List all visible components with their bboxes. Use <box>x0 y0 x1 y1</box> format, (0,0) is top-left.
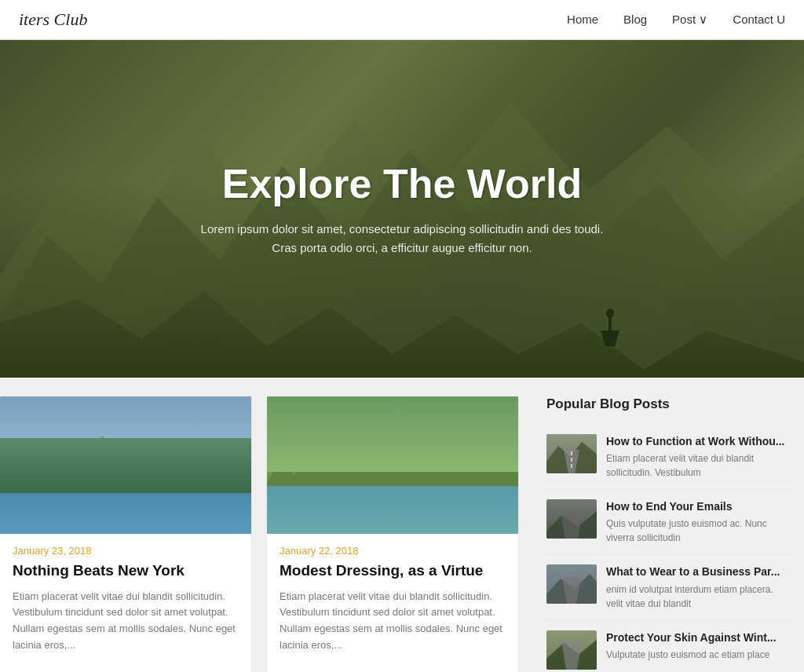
nav-item-home[interactable]: Home <box>567 13 598 27</box>
sidebar-post-content-2: How to End Your Emails Quis vulputate ju… <box>606 499 791 545</box>
header: iters Club Home Blog Post ∨ Contact U <box>0 0 804 40</box>
post-title-2[interactable]: Modest Dressing, as a Virtue <box>280 561 506 581</box>
post-image-1 <box>0 396 251 534</box>
sidebar-post-title-2[interactable]: How to End Your Emails <box>606 499 791 513</box>
sidebar-thumb-2 <box>546 499 597 539</box>
sidebar-post-excerpt-2: Quis vulputate justo euismod ac. Nunc vi… <box>606 517 791 545</box>
post-date-2: January 22, 2018 <box>280 545 506 557</box>
post-card-2: January 22, 2018 Modest Dressing, as a V… <box>267 396 518 672</box>
hero-subtitle: Lorem ipsum dolor sit amet, consectetur … <box>201 220 604 257</box>
post-image-2 <box>267 396 518 534</box>
sidebar-thumb-svg-3 <box>546 564 597 604</box>
svg-rect-31 <box>571 458 572 462</box>
post-body-2: January 22, 2018 Modest Dressing, as a V… <box>267 534 518 670</box>
sidebar-title: Popular Blog Posts <box>546 396 791 412</box>
sidebar-thumb-3 <box>546 564 597 604</box>
svg-rect-17 <box>218 484 224 510</box>
svg-rect-26 <box>283 499 330 500</box>
svg-point-12 <box>8 469 30 494</box>
svg-point-16 <box>189 467 210 492</box>
svg-point-4 <box>606 309 614 318</box>
svg-rect-6 <box>0 396 251 534</box>
sidebar-post-content-3: What to Wear to a Business Par... enim i… <box>606 564 791 610</box>
svg-point-18 <box>212 472 229 494</box>
logo: iters Club <box>19 9 87 30</box>
svg-rect-19 <box>267 396 518 534</box>
nav-item-blog[interactable]: Blog <box>623 13 647 27</box>
svg-marker-7 <box>0 436 251 499</box>
sidebar-post-content-4: Protect Your Skin Against Wint... Vulput… <box>606 630 791 662</box>
sidebar-post-4: Protect Your Skin Against Wint... Vulput… <box>546 621 791 672</box>
hero-content: Explore The World Lorem ipsum dolor sit … <box>185 160 619 257</box>
sidebar-post-3: What to Wear to a Business Par... enim i… <box>546 555 791 620</box>
svg-rect-13 <box>39 479 45 510</box>
nav: Home Blog Post ∨ Contact U <box>567 13 785 27</box>
post-excerpt-1: Etiam placerat velit vitae dui blandit s… <box>13 589 239 654</box>
sidebar-post-title-3[interactable]: What to Wear to a Business Par... <box>606 564 791 579</box>
posts-area: January 23, 2018 Nothing Beats New York … <box>0 396 534 672</box>
sidebar-thumb-svg-2 <box>546 499 597 539</box>
sidebar-thumb-svg-4 <box>546 630 597 670</box>
svg-rect-15 <box>196 481 203 511</box>
post-date-1: January 23, 2018 <box>13 545 239 557</box>
post-title-1[interactable]: Nothing Beats New York <box>13 561 239 581</box>
post-image-svg-2 <box>267 396 518 534</box>
svg-rect-32 <box>571 464 572 468</box>
main-content: January 23, 2018 Nothing Beats New York … <box>0 378 804 672</box>
sidebar-thumb-svg-1 <box>546 434 597 473</box>
sidebar-thumb-4 <box>546 630 597 670</box>
svg-rect-23 <box>267 487 518 534</box>
sidebar-posts-list: How to Function at Work Withou... Etiam … <box>546 425 791 672</box>
sidebar-post-2: How to End Your Emails Quis vulputate ju… <box>546 490 791 555</box>
sidebar-post-content-1: How to Function at Work Withou... Etiam … <box>606 434 791 480</box>
post-card-1: January 23, 2018 Nothing Beats New York … <box>0 396 251 672</box>
svg-point-14 <box>32 466 51 489</box>
svg-rect-30 <box>571 451 572 455</box>
svg-rect-24 <box>298 489 361 491</box>
sidebar-post-title-1[interactable]: How to Function at Work Withou... <box>606 434 791 448</box>
svg-rect-20 <box>267 396 518 444</box>
svg-marker-8 <box>0 455 251 506</box>
svg-rect-10 <box>0 499 251 522</box>
post-image-placeholder-2 <box>267 396 518 534</box>
svg-marker-9 <box>0 506 251 534</box>
svg-rect-25 <box>393 492 471 495</box>
nav-item-post[interactable]: Post ∨ <box>672 13 707 27</box>
post-image-placeholder-1 <box>0 396 251 534</box>
sidebar-post-1: How to Function at Work Withou... Etiam … <box>546 425 791 490</box>
post-image-svg-1 <box>0 396 251 534</box>
sidebar: Popular Blog Posts <box>534 396 804 672</box>
hero-section: Explore The World Lorem ipsum dolor sit … <box>0 40 804 378</box>
sidebar-thumb-1 <box>546 434 597 473</box>
sidebar-post-excerpt-4: Vulputate justo euismod ac etiam place <box>606 648 791 662</box>
sidebar-post-title-4[interactable]: Protect Your Skin Against Wint... <box>606 630 791 645</box>
nav-item-contact[interactable]: Contact U <box>733 13 785 27</box>
post-excerpt-2: Etiam placerat velit vitae dui blandit s… <box>280 589 506 654</box>
sidebar-post-excerpt-3: enim id volutpat interdum etiam placera.… <box>606 583 791 611</box>
svg-rect-11 <box>16 483 22 510</box>
hero-title: Explore The World <box>201 160 604 207</box>
sidebar-post-excerpt-1: Etiam placerat velit vitae dui blandit s… <box>606 451 791 480</box>
post-body-1: January 23, 2018 Nothing Beats New York … <box>0 534 251 670</box>
svg-marker-22 <box>267 432 518 491</box>
